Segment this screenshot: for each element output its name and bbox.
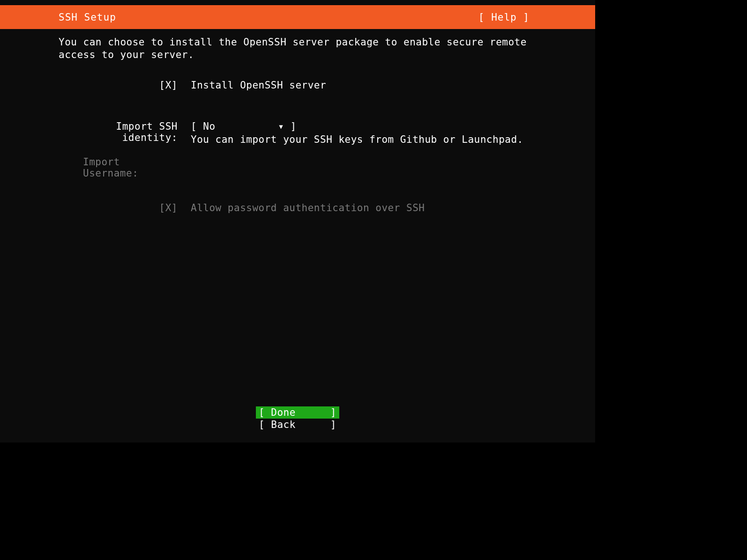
chevron-down-icon: ▾: [278, 121, 284, 132]
back-button[interactable]: [ Back ]: [256, 419, 339, 431]
installer-frame: SSH Setup [ Help ] You can choose to ins…: [0, 0, 595, 442]
help-button[interactable]: [ Help ]: [478, 12, 530, 23]
import-username-row: Import Username:: [59, 156, 530, 179]
allow-password-row: [X] Allow password authentication over S…: [59, 202, 530, 214]
content-area: You can choose to install the OpenSSH se…: [59, 36, 530, 214]
import-identity-row: Import SSH identity: [ No▾ ] You can imp…: [59, 121, 530, 145]
header-bar: SSH Setup [ Help ]: [0, 5, 595, 29]
done-button[interactable]: [ Done ]: [256, 406, 339, 419]
import-identity-label: Import SSH identity:: [116, 121, 178, 143]
import-identity-dropdown[interactable]: [ No▾ ]: [191, 121, 297, 132]
footer-buttons: [ Done ] [ Back ]: [0, 406, 595, 431]
description-text: You can choose to install the OpenSSH se…: [59, 36, 530, 62]
page-title: SSH Setup: [59, 12, 116, 23]
allow-password-checkbox: [X]: [159, 202, 178, 214]
import-username-label: Import Username:: [83, 156, 138, 179]
install-openssh-checkbox[interactable]: [X]: [159, 80, 178, 91]
allow-password-label: Allow password authentication over SSH: [191, 202, 425, 214]
install-openssh-row: [X] Install OpenSSH server: [59, 80, 530, 91]
install-openssh-label: Install OpenSSH server: [191, 80, 326, 91]
import-identity-hint: You can import your SSH keys from Github…: [191, 134, 530, 145]
